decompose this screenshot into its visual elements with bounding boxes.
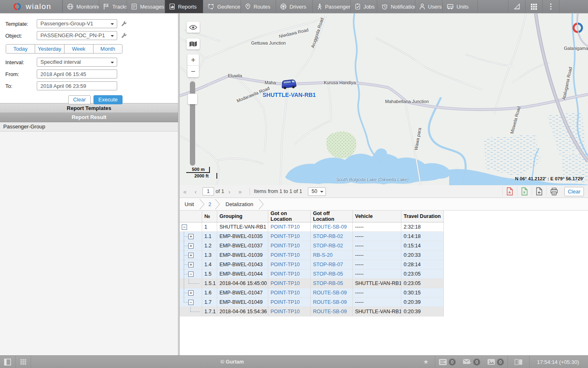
table-row[interactable]: 1.5.12018-04-06 15:45:00POINT-TP10STOP-R… (180, 279, 443, 288)
table-row[interactable]: 1.7.12018-04-06 15:54:36POINT-TP10ROUTE-… (180, 307, 443, 316)
toggle-sidebar-button[interactable] (0, 356, 16, 368)
report-result-item[interactable]: Passenger-Group (0, 122, 178, 132)
nav-tab-messages[interactable]: Messages (127, 0, 165, 13)
expand-row-button[interactable]: + (188, 253, 194, 258)
nav-tab-jobs[interactable]: Jobs (351, 0, 377, 13)
collapse-row-button[interactable]: − (182, 224, 187, 230)
got-on-cell[interactable]: POINT-TP10 (268, 251, 310, 260)
nav-tab-users[interactable]: Users (415, 0, 443, 13)
edit-template-button[interactable] (121, 21, 127, 27)
got-off-cell[interactable]: STOP-RB-02 (310, 241, 352, 251)
from-date-input[interactable] (37, 70, 117, 79)
zoom-in-button[interactable]: + (187, 54, 199, 66)
nav-tab-geofences[interactable]: Geofences (203, 0, 241, 13)
table-row[interactable]: −1SHUTTLE-VAN-RB1POINT-TP10ROUTE-SB-09--… (180, 222, 443, 232)
help-guide-button[interactable] (508, 359, 529, 365)
got-on-cell[interactable]: POINT-TP10 (268, 222, 310, 232)
got-on-cell[interactable]: POINT-TP10 (268, 298, 310, 307)
got-on-cell[interactable]: POINT-TP10 (268, 241, 310, 251)
range-today-button[interactable]: Today (6, 45, 35, 53)
table-row[interactable]: +1.3EMP-BWEL-01039POINT-TP10RB-S-20-----… (180, 251, 443, 260)
export-file-button[interactable] (532, 186, 546, 196)
got-off-cell[interactable]: STOP-RB-02 (310, 232, 352, 241)
tab-detalization[interactable]: Detalization (220, 201, 258, 207)
zoom-slider[interactable] (190, 81, 195, 166)
apps-menu-button[interactable] (525, 0, 542, 13)
expand-row-button[interactable]: + (188, 290, 194, 296)
nav-tab-monitoring[interactable]: Monitoring (62, 0, 99, 13)
interval-select[interactable]: Specified interval (37, 58, 117, 67)
got-on-cell[interactable]: POINT-TP10 (268, 232, 310, 241)
zoom-slider-handle[interactable] (188, 94, 197, 104)
prev-page-button[interactable]: ‹ (190, 188, 201, 195)
table-row[interactable]: +1.4EMP-BWEL-01043POINT-TP10STOP-RB-07--… (180, 260, 443, 269)
nav-tab-drivers[interactable]: Drivers (276, 0, 313, 13)
last-page-button[interactable]: » (235, 188, 245, 195)
got-off-cell[interactable]: STOP-RB-05 (310, 269, 352, 279)
nav-tab-tracks[interactable]: Tracks (99, 0, 127, 13)
print-button[interactable] (546, 186, 561, 196)
collapse-row-button[interactable]: − (188, 272, 194, 277)
nav-tab-units[interactable]: Units (443, 0, 478, 13)
table-row[interactable]: +1.1EMP-BWEL-01035POINT-TP10STOP-RB-02--… (180, 232, 443, 241)
range-yesterday-button[interactable]: Yesterday (35, 45, 64, 53)
tab-unit[interactable]: Unit (180, 201, 199, 207)
template-select[interactable]: Passengers-Group-V1 (37, 19, 117, 28)
next-page-button[interactable]: › (224, 188, 235, 195)
media-counter[interactable]: 0 (484, 359, 508, 366)
nav-tab-reports[interactable]: Reports (165, 0, 203, 13)
got-off-cell[interactable]: STOP-RB-05 (310, 279, 352, 288)
expand-row-button[interactable]: + (188, 262, 194, 267)
map-view[interactable]: Gettuwa JunctionNiwdawa RoadAruggoda Roa… (180, 13, 588, 185)
range-month-button[interactable]: Month (94, 45, 122, 53)
expand-row-button[interactable]: + (188, 234, 194, 239)
got-on-cell[interactable]: POINT-TP10 (268, 288, 310, 298)
bottom-apps-button[interactable] (16, 356, 31, 368)
expand-row-button[interactable]: + (188, 243, 194, 249)
messages-counter[interactable]: 0 (459, 359, 484, 366)
wialon-logo[interactable]: wialon (0, 0, 62, 13)
measure-tool-button[interactable] (508, 0, 525, 13)
nav-tab-routes[interactable]: Routes (241, 0, 276, 13)
table-row[interactable]: −1.5EMP-BWEL-01044POINT-TP10STOP-RB-05--… (180, 269, 443, 279)
got-off-cell[interactable]: STOP-RB-07 (310, 260, 352, 269)
export-excel-button[interactable]: x (517, 186, 532, 196)
got-on-cell[interactable]: POINT-TP10 (268, 279, 310, 288)
export-pdf-button[interactable]: A (502, 186, 517, 196)
report-result-section[interactable]: Report Result (0, 113, 178, 122)
map-source-button[interactable] (187, 38, 200, 49)
got-off-cell[interactable]: ROUTE-SB-09 (310, 222, 352, 232)
unit-map-label[interactable]: SHUTTLE-VAN-RB1 (263, 92, 316, 98)
favorites-button[interactable]: ★ (417, 358, 435, 366)
edit-object-button[interactable] (121, 33, 127, 39)
page-size-select[interactable]: 50 (308, 187, 326, 196)
nav-tab-notifications[interactable]: Notifications (377, 0, 415, 13)
got-off-cell[interactable]: ROUTE-SB-09 (310, 307, 352, 316)
more-menu-button[interactable] (542, 0, 559, 13)
first-page-button[interactable]: « (180, 188, 190, 195)
got-off-cell[interactable]: ROUTE-SB-09 (310, 298, 352, 307)
to-date-input[interactable] (37, 81, 117, 90)
clear-report-button[interactable]: Clear (564, 187, 584, 196)
collapse-row-button[interactable]: − (188, 300, 194, 305)
clear-form-button[interactable]: Clear (68, 95, 91, 104)
execute-button[interactable]: Execute (94, 95, 122, 104)
got-on-cell[interactable]: POINT-TP10 (268, 269, 310, 279)
events-counter[interactable]: 0 (435, 359, 459, 366)
got-off-cell[interactable]: RB-S-20 (310, 251, 352, 260)
got-off-cell[interactable]: ROUTE-SB-09 (310, 288, 352, 298)
report-templates-section[interactable]: Report Templates (0, 103, 178, 113)
range-week-button[interactable]: Week (65, 45, 94, 53)
table-row[interactable]: −1.7EMP-BWEL-01049POINT-TP10ROUTE-SB-09-… (180, 298, 443, 307)
object-select[interactable]: PASSENGER-POC_PN-P1 (37, 31, 117, 40)
got-on-cell[interactable]: POINT-TP10 (268, 260, 310, 269)
zoom-out-button[interactable]: − (187, 66, 199, 77)
table-row[interactable]: +1.2EMP-BWEL-01037POINT-TP10STOP-RB-02--… (180, 241, 443, 251)
nav-tab-passengers[interactable]: Passengers (313, 0, 351, 13)
visibility-control-button[interactable] (187, 22, 200, 33)
got-on-cell[interactable]: POINT-TP10 (268, 307, 310, 316)
shuttle-van-marker[interactable] (279, 77, 298, 92)
tab-count[interactable]: 2 (205, 201, 214, 207)
page-number-input[interactable] (203, 187, 214, 195)
table-row[interactable]: +1.6EMP-BWEL-01047POINT-TP10ROUTE-SB-09-… (180, 288, 443, 298)
